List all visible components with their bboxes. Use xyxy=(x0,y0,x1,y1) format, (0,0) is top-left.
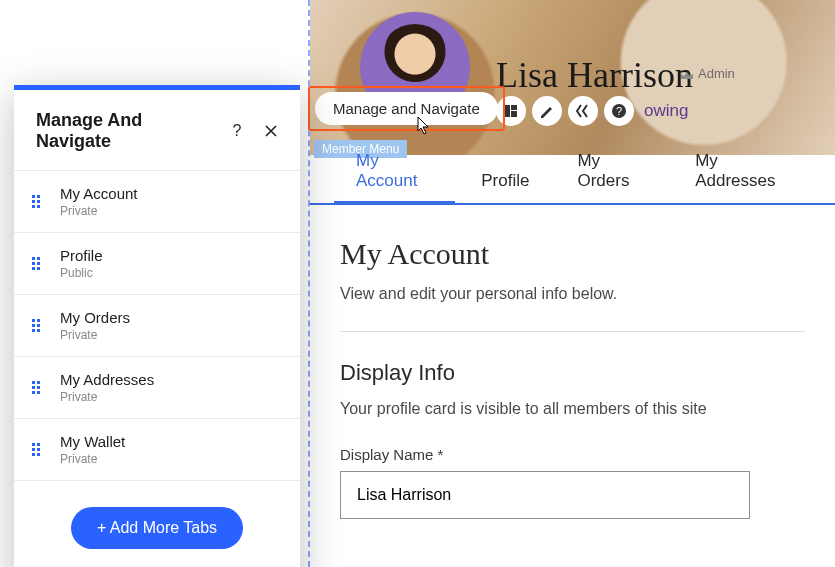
panel-item-profile[interactable]: Profile Public xyxy=(14,233,300,295)
page-subtitle: View and edit your personal info below. xyxy=(340,285,805,303)
panel-item-my-account[interactable]: My Account Private xyxy=(14,171,300,233)
svg-rect-0 xyxy=(505,105,510,117)
tab-my-addresses[interactable]: My Addresses xyxy=(671,137,813,203)
panel-item-visibility: Public xyxy=(60,266,103,280)
member-tabs: My Account Profile My Orders My Addresse… xyxy=(310,155,835,205)
divider xyxy=(340,331,805,332)
content-area: My Account View and edit your personal i… xyxy=(310,205,835,551)
role-text: Admin xyxy=(698,66,735,81)
panel-item-my-addresses[interactable]: My Addresses Private xyxy=(14,357,300,419)
page-title: My Account xyxy=(340,237,805,271)
help-icon[interactable]: ? xyxy=(226,120,248,142)
tab-my-account[interactable]: My Account xyxy=(332,137,457,203)
tab-profile[interactable]: Profile xyxy=(457,157,553,203)
drag-handle-icon[interactable] xyxy=(32,381,44,394)
manage-navigate-panel: Manage And Navigate ? My Account Private… xyxy=(14,85,300,567)
tab-my-orders[interactable]: My Orders xyxy=(553,137,671,203)
panel-item-label: My Account xyxy=(60,185,138,202)
panel-item-label: Profile xyxy=(60,247,103,264)
drag-handle-icon[interactable] xyxy=(32,319,44,332)
drag-handle-icon[interactable] xyxy=(32,195,44,208)
panel-footer: + Add More Tabs Manage Member Privacy xyxy=(14,481,300,567)
panel-item-label: My Addresses xyxy=(60,371,154,388)
section-description: Your profile card is visible to all memb… xyxy=(340,400,805,418)
panel-title: Manage And Navigate xyxy=(36,110,214,152)
panel-item-visibility: Private xyxy=(60,204,138,218)
hero-banner: Lisa Harrison Admin ? owing xyxy=(310,0,835,155)
drag-handle-icon[interactable] xyxy=(32,443,44,456)
expand-icon[interactable] xyxy=(568,96,598,126)
following-text: owing xyxy=(644,101,688,121)
crown-icon xyxy=(680,69,694,79)
add-more-tabs-button[interactable]: + Add More Tabs xyxy=(71,507,243,549)
cursor-icon xyxy=(414,116,432,138)
close-icon[interactable] xyxy=(260,120,282,142)
panel-item-label: My Orders xyxy=(60,309,130,326)
svg-rect-2 xyxy=(511,111,517,117)
display-name-input[interactable] xyxy=(340,471,750,519)
edit-icon[interactable] xyxy=(532,96,562,126)
panel-item-my-wallet[interactable]: My Wallet Private xyxy=(14,419,300,481)
panel-item-visibility: Private xyxy=(60,328,130,342)
panel-item-visibility: Private xyxy=(60,390,154,404)
svg-rect-1 xyxy=(511,105,517,110)
manage-navigate-button[interactable]: Manage and Navigate xyxy=(315,92,498,125)
panel-header: Manage And Navigate ? xyxy=(14,90,300,170)
member-page-preview: Lisa Harrison Admin ? owing xyxy=(308,0,835,567)
panel-item-visibility: Private xyxy=(60,452,125,466)
svg-text:?: ? xyxy=(616,105,622,117)
help-icon[interactable]: ? xyxy=(604,96,634,126)
panel-tab-list: My Account Private Profile Public My Ord… xyxy=(14,170,300,481)
member-name: Lisa Harrison xyxy=(496,54,693,96)
role-badge: Admin xyxy=(680,66,735,81)
display-name-label: Display Name * xyxy=(340,446,805,463)
panel-item-my-orders[interactable]: My Orders Private xyxy=(14,295,300,357)
panel-item-label: My Wallet xyxy=(60,433,125,450)
following-row: ? owing xyxy=(496,96,688,126)
drag-handle-icon[interactable] xyxy=(32,257,44,270)
manage-navigate-highlight: Manage and Navigate xyxy=(308,86,505,131)
section-heading: Display Info xyxy=(340,360,805,386)
